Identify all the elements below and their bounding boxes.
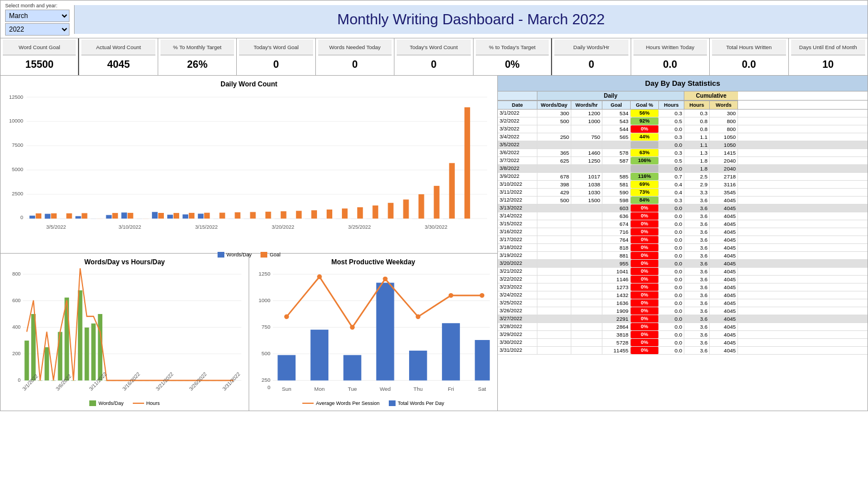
cell-cum-hours: 1.8 bbox=[684, 165, 710, 172]
cell-goal-pct: 44% bbox=[631, 133, 659, 141]
svg-text:Fri: Fri bbox=[448, 386, 454, 393]
cell-cum-words: 2040 bbox=[710, 165, 738, 172]
cell-cum-hours: 3.6 bbox=[684, 307, 710, 315]
metric-value-pct-monthly: 26% bbox=[160, 55, 234, 74]
cell-cum-words: 4045 bbox=[710, 228, 738, 236]
cell-words-day bbox=[537, 299, 571, 307]
cell-words-day: 678 bbox=[537, 173, 571, 180]
metric-today-word-count: Today's Word Count 0 bbox=[394, 38, 473, 75]
cell-words-day bbox=[537, 291, 571, 299]
cell-words-day: 300 bbox=[537, 110, 571, 117]
cell-hours: 0.0 bbox=[659, 268, 684, 275]
legend-goal-icon bbox=[261, 252, 267, 258]
cell-goal: 534 bbox=[602, 110, 631, 117]
svg-text:3/5/2022: 3/5/2022 bbox=[46, 224, 66, 230]
stats-column: Day By Day Statistics Daily Cumulative D… bbox=[498, 76, 867, 411]
cell-goal-pct: 0% bbox=[631, 268, 659, 275]
cell-cum-words: 4045 bbox=[710, 260, 738, 267]
cell-goal: 955 bbox=[602, 260, 631, 267]
col-goal: Goal bbox=[602, 101, 631, 109]
cell-cum-words: 4045 bbox=[710, 197, 738, 204]
cell-hours: 0.3 bbox=[659, 133, 684, 141]
cell-goal-pct: 0% bbox=[631, 252, 659, 259]
metric-hours-today: Hours Written Today 0.0 bbox=[631, 38, 710, 75]
cell-date: 3/16/2022 bbox=[498, 228, 537, 236]
cell-goal: 543 bbox=[602, 117, 631, 125]
cell-words-day: 625 bbox=[537, 157, 571, 164]
daily-chart-legend: Words/Day Goal bbox=[5, 252, 493, 258]
cell-hours: 0.0 bbox=[659, 307, 684, 315]
cell-words-hr bbox=[571, 125, 602, 133]
cell-date: 3/21/2022 bbox=[498, 268, 537, 275]
legend-avg-label: Average Words Per Session bbox=[316, 400, 380, 406]
cell-cum-hours: 3.6 bbox=[684, 260, 710, 267]
table-row: 3/11/2022 429 1030 590 73% 0.4 3.3 3545 bbox=[498, 189, 867, 197]
cell-date: 3/6/2022 bbox=[498, 149, 537, 156]
cell-goal: 590 bbox=[602, 189, 631, 196]
metric-value-actual: 4045 bbox=[81, 55, 155, 74]
month-select[interactable]: March bbox=[5, 10, 70, 22]
cell-words-hr bbox=[571, 284, 602, 291]
cell-words-day bbox=[537, 307, 571, 315]
metric-header-word-count-goal: Word Count Goal bbox=[3, 40, 76, 55]
cell-hours: 0.0 bbox=[659, 244, 684, 251]
cell-hours: 0.0 bbox=[659, 299, 684, 307]
svg-text:800: 800 bbox=[12, 271, 21, 276]
cell-cum-words: 4045 bbox=[710, 331, 738, 338]
cell-goal: 764 bbox=[602, 236, 631, 243]
most-productive-area: 1250 1000 750 500 250 0 bbox=[254, 268, 493, 398]
main-content: Daily Word Count 12500 10000 7500 5000 2… bbox=[0, 76, 868, 411]
cell-date: 3/24/2022 bbox=[498, 291, 537, 299]
daily-word-count-area: 12500 10000 7500 5000 2500 0 3/5/2022 3/… bbox=[5, 90, 493, 248]
cell-date: 3/18/2022 bbox=[498, 244, 537, 251]
cell-goal: 5728 bbox=[602, 339, 631, 346]
dashboard-title: Monthly Writing Dashboard - March 2022 bbox=[74, 5, 867, 34]
svg-point-144 bbox=[350, 325, 354, 329]
svg-text:3/25/2022: 3/25/2022 bbox=[348, 224, 371, 230]
cell-cum-words: 1050 bbox=[710, 133, 738, 141]
words-hours-legend: Words/Day Hours bbox=[5, 400, 244, 406]
cell-date: 3/26/2022 bbox=[498, 307, 537, 315]
cell-words-hr bbox=[571, 291, 602, 299]
svg-rect-96 bbox=[91, 324, 96, 381]
svg-rect-71 bbox=[434, 186, 440, 219]
metrics-row: Word Count Goal 15500 Actual Word Count … bbox=[0, 38, 868, 76]
cell-goal: 818 bbox=[602, 244, 631, 251]
cell-goal-pct: 0% bbox=[631, 347, 659, 354]
table-row: 3/4/2022 250 750 565 44% 0.3 1.1 1050 bbox=[498, 133, 867, 141]
cell-date: 3/1/2022 bbox=[498, 110, 537, 117]
cell-words-day: 365 bbox=[537, 149, 571, 156]
table-row: 3/24/2022 1432 0% 0.0 3.6 4045 bbox=[498, 291, 867, 299]
svg-rect-31 bbox=[128, 213, 133, 219]
cell-hours: 0.0 bbox=[659, 125, 684, 133]
table-row: 3/21/2022 1041 0% 0.0 3.6 4045 bbox=[498, 268, 867, 276]
cell-words-hr bbox=[571, 252, 602, 259]
cell-words-day bbox=[537, 260, 571, 267]
cell-date: 3/13/2022 bbox=[498, 204, 537, 212]
metric-word-count-goal: Word Count Goal 15500 bbox=[1, 38, 79, 75]
cell-hours: 0.0 bbox=[659, 204, 684, 212]
svg-point-145 bbox=[383, 277, 387, 281]
cell-cum-hours: 3.6 bbox=[684, 284, 710, 291]
svg-rect-35 bbox=[158, 213, 164, 219]
cell-hours: 0.0 bbox=[659, 260, 684, 267]
year-select[interactable]: 2022 bbox=[5, 23, 70, 36]
cell-date: 3/10/2022 bbox=[498, 181, 537, 188]
cell-goal: 1273 bbox=[602, 284, 631, 291]
metric-value-days-until: 10 bbox=[791, 55, 865, 74]
cell-goal: 598 bbox=[602, 197, 631, 204]
cell-cum-hours: 3.6 bbox=[684, 315, 710, 322]
cell-words-hr: 1000 bbox=[571, 117, 602, 125]
svg-text:0: 0 bbox=[267, 384, 270, 390]
table-row: 3/5/2022 0.0 1.1 1050 bbox=[498, 141, 867, 149]
cell-goal-pct: 106% bbox=[631, 157, 659, 164]
svg-rect-37 bbox=[173, 213, 179, 219]
table-row: 3/20/2022 955 0% 0.0 3.6 4045 bbox=[498, 260, 867, 268]
cell-cum-words: 1415 bbox=[710, 149, 738, 156]
cell-hours: 0.0 bbox=[659, 141, 684, 149]
cell-hours: 0.7 bbox=[659, 173, 684, 180]
cell-goal-pct: 92% bbox=[631, 117, 659, 125]
cell-hours: 0.4 bbox=[659, 189, 684, 196]
cell-date: 3/11/2022 bbox=[498, 189, 537, 196]
metric-header-pct-today: % to Today's Target bbox=[476, 40, 549, 55]
